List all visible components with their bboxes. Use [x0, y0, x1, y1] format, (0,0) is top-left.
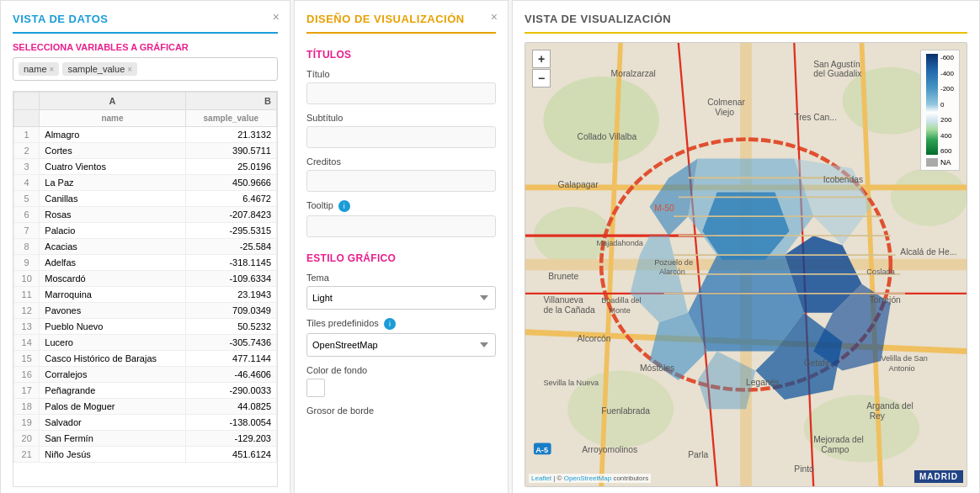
tooltip-input[interactable] — [306, 215, 496, 237]
tag-name-close[interactable]: × — [50, 65, 55, 74]
row-name: Adelfas — [40, 255, 185, 271]
svg-text:Antonio: Antonio — [889, 364, 915, 373]
attribution-suffix: contributors — [613, 474, 648, 482]
variable-tags-container[interactable]: name × sample_value × — [13, 57, 278, 81]
row-value: 6.4672 — [185, 191, 276, 207]
row-name: Rosas — [40, 207, 185, 223]
row-value: -318.1145 — [185, 255, 276, 271]
middle-panel-close[interactable]: × — [491, 11, 498, 23]
legend-label-600: 600 — [940, 147, 954, 155]
tag-name-label: name — [24, 64, 47, 74]
svg-text:Sevilla la Nueva: Sevilla la Nueva — [543, 379, 599, 387]
svg-text:San Agustín: San Agustín — [813, 60, 860, 69]
table-row: 18 Palos de Moguer 44.0825 — [14, 399, 277, 415]
map-legend: -600 -400 -200 0 200 400 600 NA — [920, 50, 960, 171]
table-row: 3 Cuatro Vientos 25.0196 — [14, 159, 277, 175]
row-num: 11 — [14, 287, 40, 303]
row-name: Palos de Moguer — [40, 399, 185, 415]
svg-text:Móstoles: Móstoles — [640, 363, 674, 373]
svg-text:Mejorada del: Mejorada del — [813, 435, 864, 444]
zoom-in-button[interactable]: + — [532, 50, 551, 68]
right-panel-title: VISTA DE VISUALIZACIÓN — [525, 13, 967, 34]
data-table-wrapper: A B name sample_value 1 Almagro 21.3132 … — [13, 91, 278, 487]
svg-text:Leganés: Leganés — [746, 378, 780, 387]
map-attribution: Leaflet | © OpenStreetMap contributors — [529, 474, 651, 483]
svg-text:Pozuelo de: Pozuelo de — [654, 258, 693, 267]
row-value: 21.3132 — [185, 127, 276, 143]
row-value: 477.1144 — [185, 351, 276, 367]
left-panel-close[interactable]: × — [273, 11, 280, 23]
table-row: 12 Pavones 709.0349 — [14, 303, 277, 319]
leaflet-link: Leaflet — [531, 474, 551, 482]
creditos-label: Creditos — [306, 156, 496, 167]
row-num: 12 — [14, 303, 40, 319]
row-value: -295.5315 — [185, 223, 276, 239]
row-value: 23.1943 — [185, 287, 276, 303]
row-name: Moscardó — [40, 271, 185, 287]
variables-section-label: SELECCIONA VARIABLES A GRÁFICAR — [13, 42, 278, 52]
svg-text:Monte: Monte — [609, 306, 630, 315]
tag-sample-value-close[interactable]: × — [127, 65, 132, 74]
row-name: Peñagrande — [40, 383, 185, 399]
tag-sample-value[interactable]: sample_value × — [62, 62, 137, 76]
row-num: 4 — [14, 175, 40, 191]
row-name: Palacio — [40, 223, 185, 239]
row-value: 709.0349 — [185, 303, 276, 319]
table-row: 20 San Fermín -129.203 — [14, 431, 277, 447]
tema-label: Tema — [306, 273, 496, 283]
row-num: 14 — [14, 335, 40, 351]
creditos-input[interactable] — [306, 170, 496, 192]
attribution-separator: | © — [553, 474, 563, 482]
svg-text:M-50: M-50 — [654, 204, 674, 213]
titulos-section-title: TÍTULOS — [306, 49, 496, 61]
svg-text:Colmenar: Colmenar — [707, 98, 745, 107]
col-header-b: B — [185, 93, 276, 110]
titulo-input[interactable] — [306, 82, 496, 104]
row-value: 451.6124 — [185, 447, 276, 463]
row-name: Cuatro Vientos — [40, 159, 185, 175]
svg-text:Campo: Campo — [821, 445, 849, 454]
svg-text:Brunete: Brunete — [548, 272, 578, 281]
table-row: 1 Almagro 21.3132 — [14, 127, 277, 143]
titulo-label: Título — [306, 69, 496, 79]
legend-gradient — [926, 54, 938, 155]
data-table: A B name sample_value 1 Almagro 21.3132 … — [13, 92, 277, 463]
legend-label-0: 0 — [940, 101, 954, 109]
color-fondo-label: Color de fondo — [306, 365, 496, 375]
color-fondo-row — [306, 379, 496, 397]
left-panel-title: VISTA DE DATOS — [13, 13, 278, 34]
right-panel: VISTA DE VISUALIZACIÓN — [512, 0, 980, 493]
row-num: 10 — [14, 271, 40, 287]
table-row: 2 Cortes 390.5711 — [14, 143, 277, 159]
map-background: Moralzarzal San Agustín del Guadalix Col… — [525, 43, 967, 486]
middle-panel-title: DISEÑO DE VISUALIZACIÓN — [306, 13, 496, 34]
table-row: 5 Canillas 6.4672 — [14, 191, 277, 207]
subtitulo-input[interactable] — [306, 126, 496, 148]
tiles-select[interactable]: OpenStreetMap CartoDB Stamen — [306, 333, 496, 357]
svg-text:Coslada: Coslada — [866, 268, 896, 276]
row-num: 7 — [14, 223, 40, 239]
color-fondo-swatch[interactable] — [306, 379, 325, 397]
table-row: 17 Peñagrande -290.0033 — [14, 383, 277, 399]
tooltip-info-icon[interactable]: i — [338, 200, 350, 212]
legend-label-400: 400 — [940, 132, 954, 140]
row-name: Corralejos — [40, 367, 185, 383]
row-value: -290.0033 — [185, 383, 276, 399]
table-row: 15 Casco Histórico de Barajas 477.1144 — [14, 351, 277, 367]
row-num: 21 — [14, 447, 40, 463]
row-num: 15 — [14, 351, 40, 367]
row-num: 17 — [14, 383, 40, 399]
row-num: 20 — [14, 431, 40, 447]
svg-text:Alcalá de He...: Alcalá de He... — [900, 247, 956, 257]
row-name: Almagro — [40, 127, 185, 143]
tema-select[interactable]: Light Dark Minimal — [306, 286, 496, 310]
tiles-info-icon[interactable]: i — [384, 318, 396, 330]
left-panel: VISTA DE DATOS × SELECCIONA VARIABLES A … — [0, 0, 290, 493]
svg-text:Fuenlabrada: Fuenlabrada — [601, 406, 650, 416]
table-row: 10 Moscardó -109.6334 — [14, 271, 277, 287]
tag-name[interactable]: name × — [19, 62, 59, 76]
svg-text:Torrejón: Torrejón — [870, 295, 901, 305]
zoom-out-button[interactable]: − — [532, 69, 551, 87]
svg-text:Majadahonda: Majadahonda — [596, 239, 643, 247]
col-label-name: name — [40, 110, 185, 127]
